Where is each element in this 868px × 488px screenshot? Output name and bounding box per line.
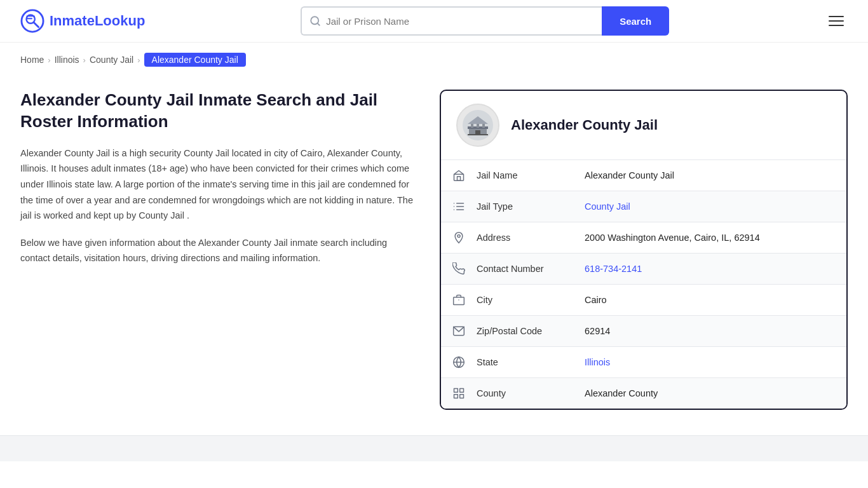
right-column: Alexander County Jail Jail Name Alexande…: [440, 90, 848, 410]
info-value: Alexander County Jail: [585, 161, 846, 189]
breadcrumb-home[interactable]: Home: [20, 55, 44, 65]
svg-point-24: [458, 234, 460, 237]
search-bar: Search: [301, 6, 669, 36]
svg-rect-4: [27, 18, 33, 19]
svg-rect-33: [460, 395, 464, 398]
info-label: Jail Name: [477, 161, 585, 189]
menu-button[interactable]: [825, 12, 848, 30]
hamburger-line: [829, 25, 844, 26]
info-value: 2000 Washington Avenue, Cairo, IL, 62914: [585, 224, 846, 252]
svg-rect-16: [454, 174, 464, 180]
description-1: Alexander County Jail is a high security…: [20, 146, 414, 224]
info-row: Jail Type County Jail: [441, 191, 846, 222]
site-header: InmateLookup Search: [0, 0, 868, 43]
info-value[interactable]: County Jail: [585, 193, 846, 220]
info-row: State Illinois: [441, 347, 846, 378]
svg-point-0: [22, 10, 43, 32]
svg-rect-32: [454, 395, 458, 398]
breadcrumb-active: Alexander County Jail: [144, 53, 246, 67]
info-value: Cairo: [585, 286, 846, 314]
info-link[interactable]: Illinois: [585, 357, 610, 367]
info-row: Address 2000 Washington Avenue, Cairo, I…: [441, 222, 846, 254]
info-label: Address: [477, 224, 585, 252]
breadcrumb: Home › Illinois › County Jail › Alexande…: [0, 43, 868, 77]
footer-bar: [0, 435, 868, 461]
info-rows: Jail Name Alexander County Jail Jail Typ…: [441, 160, 846, 409]
info-value: Alexander County: [585, 379, 846, 407]
svg-rect-31: [460, 389, 464, 393]
breadcrumb-state[interactable]: Illinois: [55, 55, 79, 65]
city-icon: [441, 285, 477, 315]
info-link[interactable]: County Jail: [585, 201, 630, 212]
svg-rect-15: [468, 134, 488, 135]
search-input-wrap: [301, 6, 602, 36]
globe-icon: [441, 347, 477, 377]
phone-icon: [441, 254, 477, 284]
info-label: Jail Type: [477, 193, 585, 220]
card-title: Alexander County Jail: [511, 117, 658, 133]
page-title: Alexander County Jail Inmate Search and …: [20, 90, 414, 133]
breadcrumb-sep: ›: [48, 55, 50, 65]
info-label: State: [477, 348, 585, 376]
info-label: City: [477, 286, 585, 314]
logo-icon: [20, 9, 44, 33]
info-row: Contact Number 618-734-2141: [441, 254, 846, 285]
county-icon: [441, 378, 477, 409]
breadcrumb-sep: ›: [137, 55, 140, 65]
breadcrumb-sep: ›: [83, 55, 86, 65]
main-content: Alexander County Jail Inmate Search and …: [0, 77, 868, 435]
hamburger-line: [829, 20, 844, 22]
svg-line-2: [34, 22, 39, 27]
info-row: City Cairo: [441, 285, 846, 316]
card-header: Alexander County Jail: [441, 91, 846, 160]
location-icon: [441, 222, 477, 253]
list-icon: [441, 191, 477, 222]
jail-avatar: [456, 104, 499, 147]
search-icon: [309, 15, 321, 27]
svg-rect-30: [454, 389, 458, 393]
info-label: Zip/Postal Code: [477, 317, 585, 345]
svg-rect-17: [458, 177, 461, 181]
info-row: County Alexander County: [441, 378, 846, 409]
info-label: Contact Number: [477, 255, 585, 283]
search-button[interactable]: Search: [602, 6, 669, 36]
search-input[interactable]: [326, 16, 594, 27]
building-icon: [463, 110, 493, 140]
mail-icon: [441, 316, 477, 346]
info-row: Jail Name Alexander County Jail: [441, 160, 846, 191]
svg-line-6: [318, 23, 320, 25]
svg-rect-25: [454, 297, 465, 305]
jail-icon: [441, 160, 477, 191]
info-label: County: [477, 379, 585, 407]
info-row: Zip/Postal Code 62914: [441, 316, 846, 347]
info-card: Alexander County Jail Jail Name Alexande…: [440, 90, 848, 410]
svg-rect-3: [27, 15, 35, 17]
info-value[interactable]: Illinois: [585, 348, 846, 376]
logo-link[interactable]: InmateLookup: [20, 9, 145, 33]
info-value: 62914: [585, 317, 846, 345]
breadcrumb-type[interactable]: County Jail: [90, 55, 133, 65]
hamburger-line: [829, 16, 844, 17]
info-link[interactable]: 618-734-2141: [585, 264, 642, 274]
logo-text: InmateLookup: [50, 13, 145, 29]
description-2: Below we have given information about th…: [20, 235, 414, 266]
left-column: Alexander County Jail Inmate Search and …: [20, 90, 414, 410]
info-value[interactable]: 618-734-2141: [585, 255, 846, 283]
